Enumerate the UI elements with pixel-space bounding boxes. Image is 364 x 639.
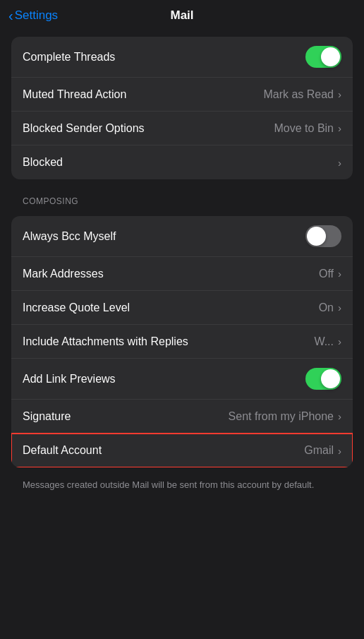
default-account-right: Gmail › bbox=[304, 444, 341, 457]
blocked-right: › bbox=[336, 157, 341, 169]
add-link-previews-toggle[interactable] bbox=[305, 368, 341, 390]
always-bcc-toggle-wrapper bbox=[305, 225, 341, 247]
mark-addresses-row[interactable]: Mark Addresses Off › bbox=[11, 257, 353, 291]
default-account-label: Default Account bbox=[23, 444, 102, 457]
signature-chevron-icon: › bbox=[338, 410, 341, 422]
default-account-chevron-icon: › bbox=[338, 445, 341, 457]
always-bcc-myself-label: Always Bcc Myself bbox=[23, 230, 116, 243]
composing-settings-group: Always Bcc Myself Mark Addresses Off › I… bbox=[11, 216, 353, 467]
mark-addresses-right: Off › bbox=[319, 268, 341, 280]
complete-threads-label: Complete Threads bbox=[23, 51, 115, 64]
signature-right: Sent from my iPhone › bbox=[229, 410, 341, 423]
include-attachments-value: W... bbox=[314, 335, 334, 348]
muted-thread-action-chevron-icon: › bbox=[338, 88, 341, 100]
page-title: Mail bbox=[170, 8, 193, 23]
signature-row[interactable]: Signature Sent from my iPhone › bbox=[11, 400, 353, 434]
default-account-row[interactable]: Default Account Gmail › bbox=[11, 434, 353, 467]
default-account-value: Gmail bbox=[304, 444, 334, 457]
always-bcc-myself-row[interactable]: Always Bcc Myself bbox=[11, 216, 353, 257]
toggle-thumb bbox=[321, 47, 340, 66]
include-attachments-row[interactable]: Include Attachments with Replies W... › bbox=[11, 325, 353, 359]
include-attachments-right: W... › bbox=[314, 335, 341, 348]
increase-quote-level-chevron-icon: › bbox=[338, 301, 341, 313]
muted-thread-action-row[interactable]: Muted Thread Action Mark as Read › bbox=[11, 78, 353, 112]
muted-thread-action-value: Mark as Read bbox=[263, 88, 334, 101]
add-link-previews-label: Add Link Previews bbox=[23, 373, 116, 386]
mark-addresses-value: Off bbox=[319, 268, 334, 280]
add-link-previews-row[interactable]: Add Link Previews bbox=[11, 359, 353, 400]
signature-value: Sent from my iPhone bbox=[229, 410, 334, 423]
blocked-sender-options-value: Move to Bin bbox=[274, 122, 334, 135]
top-settings-group: Complete Threads Muted Thread Action Mar… bbox=[11, 37, 353, 179]
increase-quote-level-value: On bbox=[319, 301, 334, 314]
muted-thread-action-label: Muted Thread Action bbox=[23, 88, 126, 101]
toggle-thumb-link bbox=[321, 369, 340, 388]
complete-threads-row[interactable]: Complete Threads bbox=[11, 37, 353, 78]
back-label: Settings bbox=[15, 8, 58, 23]
blocked-sender-options-right: Move to Bin › bbox=[274, 122, 341, 135]
blocked-label: Blocked bbox=[23, 156, 63, 169]
mark-addresses-label: Mark Addresses bbox=[23, 268, 104, 280]
always-bcc-toggle[interactable] bbox=[305, 225, 341, 247]
blocked-sender-options-row[interactable]: Blocked Sender Options Move to Bin › bbox=[11, 112, 353, 145]
blocked-sender-options-chevron-icon: › bbox=[338, 122, 341, 134]
increase-quote-level-label: Increase Quote Level bbox=[23, 301, 130, 314]
composing-section-label: COMPOSING bbox=[0, 185, 364, 210]
signature-label: Signature bbox=[23, 410, 71, 423]
blocked-row[interactable]: Blocked › bbox=[11, 145, 353, 179]
include-attachments-label: Include Attachments with Replies bbox=[23, 335, 188, 348]
header: ‹ Settings Mail bbox=[0, 0, 364, 31]
back-chevron-icon: ‹ bbox=[8, 8, 13, 23]
blocked-chevron-icon: › bbox=[338, 157, 341, 169]
toggle-thumb-bcc bbox=[307, 227, 326, 246]
footer-note: Messages created outside Mail will be se… bbox=[0, 473, 364, 503]
muted-thread-action-right: Mark as Read › bbox=[263, 88, 341, 101]
increase-quote-level-row[interactable]: Increase Quote Level On › bbox=[11, 291, 353, 325]
back-button[interactable]: ‹ Settings bbox=[8, 8, 58, 23]
include-attachments-chevron-icon: › bbox=[338, 335, 341, 347]
add-link-previews-toggle-wrapper bbox=[305, 368, 341, 390]
blocked-sender-options-label: Blocked Sender Options bbox=[23, 122, 145, 135]
mark-addresses-chevron-icon: › bbox=[338, 268, 341, 280]
increase-quote-level-right: On › bbox=[319, 301, 341, 314]
complete-threads-toggle[interactable] bbox=[305, 46, 341, 68]
complete-threads-toggle-wrapper bbox=[305, 46, 341, 68]
